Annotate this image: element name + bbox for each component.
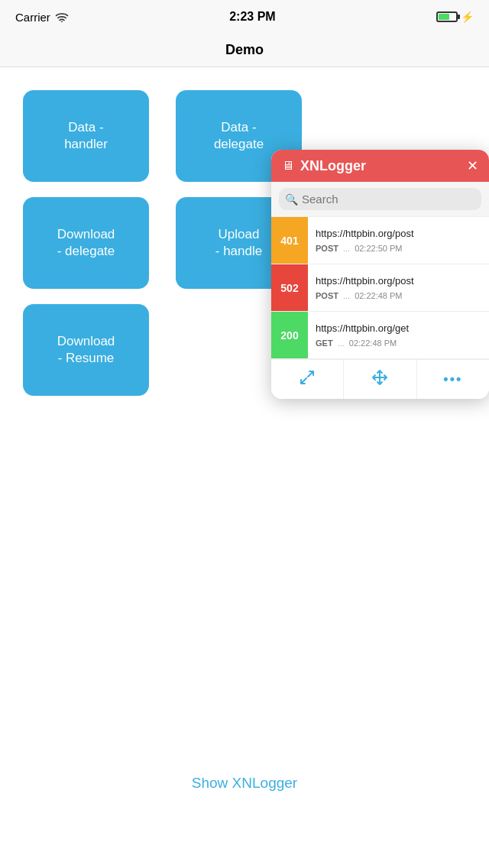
more-button[interactable]: ••• (417, 360, 489, 399)
log-details: https://httpbin.org/get GET ... 02:22:48… (308, 312, 489, 358)
log-item[interactable]: 401 https://httpbin.org/post POST ... 02… (271, 217, 489, 264)
expand-button[interactable] (271, 360, 344, 399)
bolt-icon: ⚡ (461, 11, 474, 23)
log-method: POST (316, 244, 338, 253)
log-item[interactable]: 200 https://httpbin.org/get GET ... 02:2… (271, 312, 489, 359)
page-title: Demo (225, 42, 264, 58)
svg-point-0 (61, 21, 63, 22)
search-input[interactable] (279, 188, 481, 210)
wifi-icon (55, 11, 69, 22)
log-url: https://httpbin.org/post (316, 275, 481, 288)
button-grid: Data -handler Data -delegate Download- d… (23, 90, 313, 396)
battery-fill (439, 14, 449, 20)
move-icon (371, 369, 388, 390)
log-item[interactable]: 502 https://httpbin.org/post POST ... 02… (271, 264, 489, 312)
xnlogger-search-bar: 🔍 (271, 182, 489, 217)
log-url: https://httpbin.org/get (316, 322, 481, 335)
battery-section: ⚡ (436, 11, 474, 23)
main-content: Data -handler Data -delegate Download- d… (0, 67, 489, 868)
xnlogger-toolbar: ••• (271, 359, 489, 399)
download-resume-button[interactable]: Download- Resume (23, 304, 149, 396)
xnlogger-icon: 🖥 (282, 159, 294, 173)
log-details: https://httpbin.org/post POST ... 02:22:… (308, 264, 489, 311)
battery-icon (436, 11, 458, 22)
search-icon: 🔍 (285, 193, 298, 206)
log-list: 401 https://httpbin.org/post POST ... 02… (271, 217, 489, 359)
show-xnlogger-section: Show XNLogger (0, 775, 489, 792)
move-button[interactable] (344, 360, 416, 399)
log-dots: ... (338, 338, 345, 348)
log-method: POST (316, 291, 338, 300)
log-method: GET (316, 338, 333, 348)
xnlogger-close-button[interactable]: ✕ (467, 157, 478, 174)
log-meta: GET ... 02:22:48 PM (316, 338, 481, 348)
log-dots: ... (343, 291, 350, 300)
log-status-200: 200 (271, 312, 308, 358)
xnlogger-header: 🖥 XNLogger ✕ (271, 150, 489, 182)
show-xnlogger-button[interactable]: Show XNLogger (192, 775, 297, 792)
data-handler-button[interactable]: Data -handler (23, 90, 149, 182)
log-dots: ... (343, 244, 350, 253)
log-time: 02:22:50 PM (355, 244, 402, 253)
status-bar: Carrier 2:23 PM ⚡ (0, 0, 489, 34)
log-time: 02:22:48 PM (355, 291, 402, 300)
log-meta: POST ... 02:22:48 PM (316, 291, 481, 300)
carrier-label: Carrier (15, 11, 50, 24)
log-status-502: 502 (271, 264, 308, 311)
log-details: https://httpbin.org/post POST ... 02:22:… (308, 217, 489, 264)
xnlogger-title: XNLogger (300, 158, 461, 174)
log-meta: POST ... 02:22:50 PM (316, 244, 481, 253)
status-time: 2:23 PM (229, 10, 275, 24)
log-url: https://httpbin.org/post (316, 228, 481, 241)
download-delegate-button[interactable]: Download- delegate (23, 197, 149, 289)
expand-icon (299, 369, 316, 390)
xnlogger-panel: 🖥 XNLogger ✕ 🔍 401 https://httpbin.org/p… (271, 150, 489, 399)
carrier-section: Carrier (15, 11, 69, 24)
log-time: 02:22:48 PM (349, 338, 397, 348)
more-icon: ••• (443, 371, 462, 387)
search-input-wrap: 🔍 (279, 188, 481, 210)
log-status-401: 401 (271, 217, 308, 264)
nav-bar: Demo (0, 34, 489, 67)
